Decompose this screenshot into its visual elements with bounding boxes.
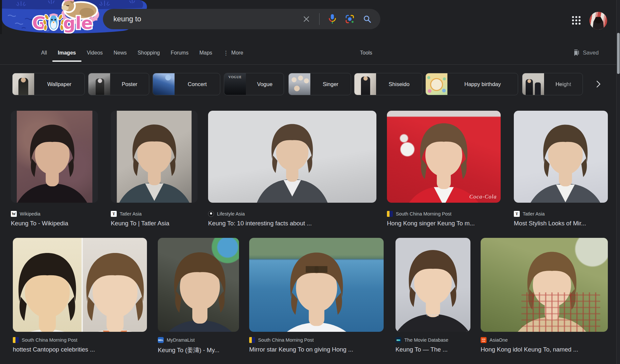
result-caption[interactable]: South China Morning Post Mirror star Keu…: [249, 337, 391, 353]
chip-thumbnail: VOGUE: [224, 73, 246, 95]
result-caption[interactable]: T Tatler Asia Most Stylish Looks of Mir.…: [514, 211, 619, 227]
image-thumbnail: [17, 111, 92, 203]
filter-chip-concert[interactable]: Concert: [153, 73, 220, 95]
tab-forums[interactable]: Forums: [171, 43, 188, 62]
chip-thumbnail: [289, 73, 310, 95]
image-thumbnail: [13, 238, 147, 332]
tab-all[interactable]: All: [41, 43, 47, 62]
result-caption[interactable]: W Wikipedia Keung To - Wikipedia: [11, 211, 107, 227]
result-source: MyDramaList: [167, 337, 195, 343]
result-title[interactable]: Hong Kong idol Keung To, named ...: [481, 346, 615, 353]
chevron-right-icon: [594, 80, 603, 88]
image-thumbnail: [514, 111, 608, 203]
favicon-lifestyle-asia: [208, 211, 214, 217]
image-result-5[interactable]: [514, 111, 608, 203]
search-bar[interactable]: keung to: [103, 9, 380, 29]
image-result-2[interactable]: [111, 111, 198, 203]
result-title[interactable]: Most Stylish Looks of Mir...: [514, 220, 619, 227]
result-source: The Movie Database: [404, 337, 448, 343]
chip-thumbnail: [426, 73, 447, 95]
filter-chip-wallpaper[interactable]: Wallpaper: [12, 73, 85, 95]
result-title[interactable]: Keung To: 10 interesting facts about ...: [208, 220, 372, 227]
result-type-tabs: All Images Videos News Shopping Forums M…: [41, 43, 243, 62]
favicon-tatler-asia: T: [111, 211, 117, 217]
search-input[interactable]: keung to: [113, 15, 302, 23]
result-title[interactable]: hottest Cantopop celebrities ...: [13, 346, 151, 353]
svg-text:gle: gle: [63, 13, 93, 33]
favicon-mydramalist: MDL: [158, 337, 164, 343]
scrollbar-thumb[interactable]: [617, 33, 620, 74]
result-source: Lifestyle Asia: [217, 211, 245, 216]
filter-chip-happy-birthday[interactable]: Happy birthday: [425, 73, 518, 95]
result-title[interactable]: Keung To — The ...: [395, 346, 476, 353]
filter-chip-poster[interactable]: Poster: [88, 73, 149, 95]
tab-news[interactable]: News: [114, 43, 127, 62]
tab-maps[interactable]: Maps: [199, 43, 212, 62]
result-caption[interactable]: asia one AsiaOne Hong Kong idol Keung To…: [481, 337, 615, 353]
more-menu-icon: ⋮: [223, 50, 229, 56]
plaid-shirt-pattern: [521, 292, 600, 332]
image-result-6[interactable]: [13, 238, 147, 332]
filter-chip-singer[interactable]: Singer: [288, 73, 351, 95]
image-result-9[interactable]: СТИЛЬ: [395, 238, 470, 332]
tabbar-divider: [0, 64, 617, 65]
doodle-bird: [49, 14, 58, 30]
favicon-scmp: [13, 337, 19, 343]
result-caption[interactable]: T Tatler Asia Keung To | Tatler Asia: [111, 211, 204, 227]
apps-grid-button[interactable]: [571, 15, 582, 26]
result-source: South China Morning Post: [396, 211, 451, 216]
image-result-3[interactable]: [208, 111, 376, 203]
result-caption[interactable]: MDL MyDramaList Keung To (姜濤) - My...: [158, 337, 246, 354]
tab-more[interactable]: ⋮ More: [223, 43, 243, 62]
image-thumbnail: [117, 111, 192, 203]
sunglasses: [306, 266, 327, 273]
result-title[interactable]: Mirror star Keung To on giving Hong ...: [249, 346, 391, 353]
result-source: AsiaOne: [489, 337, 508, 343]
image-thumbnail: СТИЛЬ: [395, 238, 470, 332]
result-source: South China Morning Post: [258, 337, 314, 343]
chips-scroll-right-button[interactable]: [592, 78, 605, 91]
filter-chip-shiseido[interactable]: Shiseido: [354, 73, 422, 95]
result-title[interactable]: Keung To | Tatler Asia: [111, 220, 204, 227]
image-result-4[interactable]: Coca-Cola: [387, 111, 501, 203]
result-title[interactable]: Keung To (姜濤) - My...: [158, 346, 246, 354]
image-result-7[interactable]: [158, 238, 239, 332]
result-caption[interactable]: The Movie Database Keung To — The ...: [395, 337, 476, 353]
favicon-tatler-asia: T: [514, 211, 520, 217]
google-lens-icon[interactable]: [345, 14, 354, 24]
search-icon[interactable]: [363, 14, 372, 24]
microphone-icon[interactable]: [328, 14, 337, 24]
chip-thumbnail: [88, 73, 110, 95]
image-thumbnail: [158, 238, 239, 332]
tab-videos[interactable]: Videos: [87, 43, 103, 62]
favicon-wikipedia: W: [11, 211, 17, 217]
filter-chip-vogue[interactable]: VOGUE Vogue: [224, 73, 284, 95]
image-thumbnail: [481, 238, 608, 332]
google-images-results-page: G gle keung to: [0, 0, 620, 364]
image-result-8[interactable]: [249, 238, 384, 332]
result-title[interactable]: Hong Kong singer Keung To m...: [387, 220, 505, 227]
saved-button[interactable]: Saved: [573, 43, 599, 62]
image-thumbnail: [208, 111, 376, 203]
result-source: Tatler Asia: [523, 211, 545, 216]
result-title[interactable]: Keung To - Wikipedia: [11, 220, 107, 227]
scrollbar-track: [616, 0, 620, 364]
result-source: Wikipedia: [20, 211, 40, 216]
image-result-1[interactable]: [11, 111, 98, 203]
chip-thumbnail: [522, 73, 544, 95]
chip-thumbnail: [153, 73, 175, 95]
favicon-tmdb: [395, 337, 401, 343]
result-source: Tatler Asia: [120, 211, 142, 216]
result-caption[interactable]: South China Morning Post Hong Kong singe…: [387, 211, 505, 227]
filter-chip-height[interactable]: Height: [522, 73, 583, 95]
tab-images[interactable]: Images: [58, 43, 76, 62]
tab-shopping[interactable]: Shopping: [138, 43, 160, 62]
clear-icon[interactable]: [302, 14, 311, 24]
image-result-10[interactable]: [481, 238, 608, 332]
result-caption[interactable]: South China Morning Post hottest Cantopo…: [13, 337, 151, 353]
result-caption[interactable]: Lifestyle Asia Keung To: 10 interesting …: [208, 211, 372, 227]
tools-button[interactable]: Tools: [360, 43, 372, 62]
profile-avatar[interactable]: [589, 12, 607, 30]
favicon-scmp: [387, 211, 393, 217]
favicon-scmp: [249, 337, 255, 343]
